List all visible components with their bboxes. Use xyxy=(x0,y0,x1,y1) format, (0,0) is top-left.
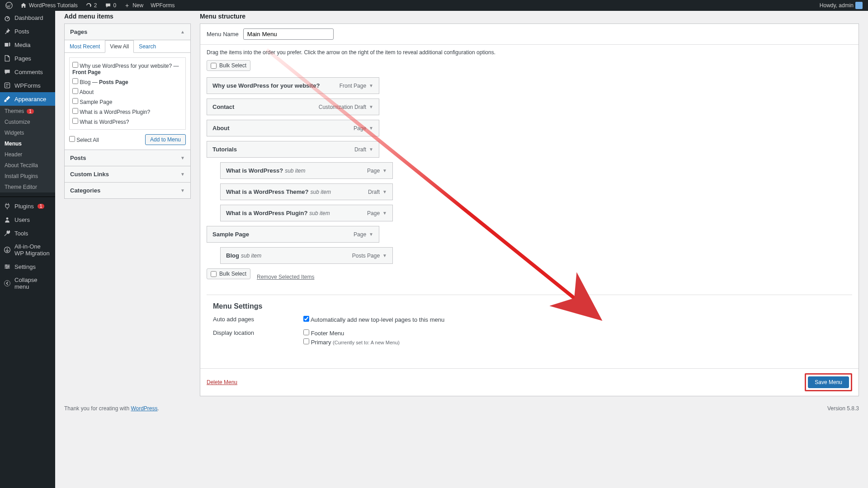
posts-accordion-toggle[interactable]: Posts ▼ xyxy=(65,150,190,166)
menu-item-bar[interactable]: TutorialsDraft▼ xyxy=(207,141,379,157)
submenu-widgets[interactable]: Widgets xyxy=(0,127,55,138)
chevron-down-icon[interactable]: ▼ xyxy=(369,83,373,88)
chevron-down-icon[interactable]: ▼ xyxy=(369,147,373,152)
add-to-menu-button[interactable]: Add to Menu xyxy=(145,134,186,145)
new-link[interactable]: + New xyxy=(121,2,146,9)
menu-item-bar[interactable]: What is a WordPress Theme?sub itemDraft▼ xyxy=(221,184,392,200)
menu-item-bar[interactable]: Blogsub itemPosts Page▼ xyxy=(221,248,392,263)
footer-menu-checkbox[interactable] xyxy=(303,329,309,335)
chevron-down-icon[interactable]: ▼ xyxy=(369,126,373,131)
custom-links-accordion-toggle[interactable]: Custom Links ▼ xyxy=(65,166,190,182)
page-checkbox[interactable] xyxy=(72,108,78,114)
settings-icon xyxy=(4,263,11,270)
menu-item-bar[interactable]: AboutPage▼ xyxy=(207,120,379,136)
bulk-checkbox-bottom[interactable] xyxy=(211,271,217,277)
chevron-down-icon[interactable]: ▼ xyxy=(382,253,387,258)
sidebar-item-media[interactable]: Media xyxy=(0,38,55,52)
sidebar-item-users[interactable]: Users xyxy=(0,213,55,226)
sidebar-item-posts[interactable]: Posts xyxy=(0,24,55,38)
sidebar-item-plugins[interactable]: Plugins1 xyxy=(0,199,55,213)
sidebar-item-dashboard[interactable]: Dashboard xyxy=(0,11,55,24)
page-checkbox[interactable] xyxy=(72,118,78,124)
submenu-install-plugins[interactable]: Install Plugins xyxy=(0,171,55,182)
sidebar-item-tools[interactable]: Tools xyxy=(0,226,55,240)
sidebar-item-appearance[interactable]: Appearance xyxy=(0,92,55,106)
menu-item-bar[interactable]: What is WordPress?sub itemPage▼ xyxy=(221,163,392,178)
page-checkbox[interactable] xyxy=(72,78,78,84)
page-option[interactable]: About xyxy=(72,87,183,97)
menu-item[interactable]: AboutPage▼ xyxy=(207,120,379,136)
bulk-label-bottom: Bulk Select xyxy=(219,271,246,277)
tab-search[interactable]: Search xyxy=(134,40,161,53)
site-link[interactable]: WordPress Tutorials xyxy=(17,2,80,9)
menu-item[interactable]: TutorialsDraft▼ xyxy=(207,141,379,158)
delete-menu-link[interactable]: Delete Menu xyxy=(207,379,237,385)
submenu-header[interactable]: Header xyxy=(0,149,55,160)
page-checkbox[interactable] xyxy=(72,88,78,94)
menu-item[interactable]: What is WordPress?sub itemPage▼ xyxy=(220,162,393,179)
menu-name-input[interactable] xyxy=(243,28,334,40)
chevron-down-icon[interactable]: ▼ xyxy=(382,189,387,194)
sidebar-item-all-in-one-wp-migration[interactable]: All-in-One WP Migration xyxy=(0,240,55,260)
updates-link[interactable]: 2 xyxy=(82,2,100,9)
wpforms-link[interactable]: WPForms xyxy=(148,2,177,9)
sidebar-item-collapse-menu[interactable]: Collapse menu xyxy=(0,273,55,293)
chevron-down-icon[interactable]: ▼ xyxy=(382,211,387,216)
submenu-theme-editor[interactable]: Theme Editor xyxy=(0,182,55,192)
menu-name-label: Menu Name xyxy=(207,31,239,38)
comments-link[interactable]: 0 xyxy=(102,2,119,9)
chevron-down-icon[interactable]: ▼ xyxy=(382,168,387,173)
sidebar-item-wpforms[interactable]: WPForms xyxy=(0,79,55,92)
page-option[interactable]: What is WordPress? xyxy=(72,117,183,127)
tab-most-recent[interactable]: Most Recent xyxy=(65,40,105,53)
remove-selected-link[interactable]: Remove Selected Items xyxy=(257,274,314,280)
sidebar-item-settings[interactable]: Settings xyxy=(0,260,55,273)
menu-item[interactable]: Blogsub itemPosts Page▼ xyxy=(220,247,393,264)
primary-option[interactable]: Primary (Currently set to: A new Menu) xyxy=(303,338,400,346)
footer-menu-option[interactable]: Footer Menu xyxy=(303,329,400,337)
svg-point-3 xyxy=(6,217,9,220)
page-option[interactable]: Blog — Posts Page xyxy=(72,77,183,87)
submenu-themes[interactable]: Themes1 xyxy=(0,106,55,117)
menu-item[interactable]: What is a WordPress Plugin?sub itemPage▼ xyxy=(220,205,393,221)
primary-checkbox[interactable] xyxy=(303,338,309,344)
menu-item[interactable]: What is a WordPress Theme?sub itemDraft▼ xyxy=(220,183,393,200)
svg-point-11 xyxy=(5,281,10,286)
tab-view-all[interactable]: View All xyxy=(105,40,134,53)
menu-item-bar[interactable]: Sample PagePage▼ xyxy=(207,226,379,242)
bulk-select-bottom[interactable]: Bulk Select xyxy=(207,268,250,279)
menu-item[interactable]: Why use WordPress for your website?Front… xyxy=(207,77,379,94)
select-all-checkbox[interactable] xyxy=(69,136,75,142)
page-checkbox[interactable] xyxy=(72,62,78,68)
pages-accordion-toggle[interactable]: Pages ▲ xyxy=(65,24,190,40)
page-option[interactable]: What is a WordPress Plugin? xyxy=(72,107,183,117)
sidebar-item-pages[interactable]: Pages xyxy=(0,52,55,65)
page-option[interactable]: Why use WordPress for your website? — Fr… xyxy=(72,61,183,77)
wordpress-link[interactable]: WordPress xyxy=(131,405,157,412)
chevron-down-icon[interactable]: ▼ xyxy=(369,104,373,109)
site-title: WordPress Tutorials xyxy=(29,2,78,9)
page-option[interactable]: Sample Page xyxy=(72,97,183,107)
bulk-checkbox-top[interactable] xyxy=(211,63,217,69)
auto-add-option[interactable]: Automatically add new top-level pages to… xyxy=(303,316,444,323)
display-location-label: Display location xyxy=(213,329,303,347)
select-all-toggle[interactable]: Select All xyxy=(69,136,99,143)
svg-point-1 xyxy=(5,17,9,21)
submenu-about-teczilla[interactable]: About Teczilla xyxy=(0,160,55,171)
menu-item[interactable]: Sample PagePage▼ xyxy=(207,226,379,243)
chevron-down-icon[interactable]: ▼ xyxy=(369,232,373,237)
menu-item-bar[interactable]: Why use WordPress for your website?Front… xyxy=(207,78,379,94)
menu-item[interactable]: ContactCustomization Draft▼ xyxy=(207,99,379,115)
categories-accordion-toggle[interactable]: Categories ▼ xyxy=(65,183,190,198)
auto-add-checkbox[interactable] xyxy=(303,316,309,322)
wp-logo-icon[interactable] xyxy=(3,2,15,9)
howdy-link[interactable]: Howdy, admin xyxy=(817,2,865,9)
bulk-select-top[interactable]: Bulk Select xyxy=(207,60,250,71)
submenu-customize[interactable]: Customize xyxy=(0,117,55,127)
menu-item-bar[interactable]: What is a WordPress Plugin?sub itemPage▼ xyxy=(221,205,392,221)
page-checkbox[interactable] xyxy=(72,98,78,104)
menu-item-bar[interactable]: ContactCustomization Draft▼ xyxy=(207,99,379,115)
submenu-menus[interactable]: Menus xyxy=(0,138,55,149)
sidebar-item-comments[interactable]: Comments xyxy=(0,65,55,79)
save-menu-button[interactable]: Save Menu xyxy=(808,376,849,388)
